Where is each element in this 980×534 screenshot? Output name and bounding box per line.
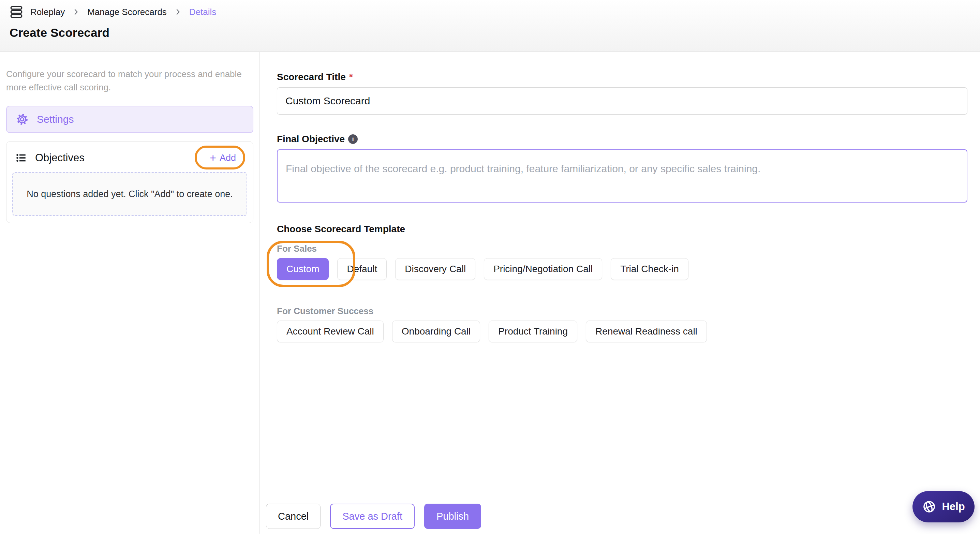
template-chip-account-review-call[interactable]: Account Review Call xyxy=(277,321,383,342)
gear-icon xyxy=(16,113,29,126)
final-objective-label: Final Objective i xyxy=(277,134,967,145)
sidebar: Configure your scorecard to match your p… xyxy=(0,52,260,534)
page-title: Create Scorecard xyxy=(10,26,970,40)
add-objective-label: Add xyxy=(220,153,236,163)
info-circle-icon[interactable]: i xyxy=(348,134,358,144)
scorecard-title-label: Scorecard Title * xyxy=(277,72,967,83)
breadcrumb-manage-scorecards[interactable]: Manage Scorecards xyxy=(87,7,167,17)
breadcrumb-details: Details xyxy=(189,7,216,17)
sales-template-group: For Sales Custom Default Discovery Call … xyxy=(277,243,967,280)
objectives-empty-state: No questions added yet. Click "Add" to c… xyxy=(12,172,247,216)
sidebar-item-label: Settings xyxy=(37,114,74,125)
template-chip-default[interactable]: Default xyxy=(337,258,387,280)
objectives-header: Objectives + Add xyxy=(6,141,253,172)
cs-template-row: Account Review Call Onboarding Call Prod… xyxy=(277,321,967,342)
breadcrumb-roleplay[interactable]: Roleplay xyxy=(30,7,65,17)
template-chip-discovery-call[interactable]: Discovery Call xyxy=(395,258,475,280)
help-label: Help xyxy=(942,501,965,513)
add-objective-button[interactable]: + Add xyxy=(206,150,239,165)
breadcrumb: Roleplay Manage Scorecards Details xyxy=(10,0,970,24)
scorecard-title-label-text: Scorecard Title xyxy=(277,72,346,83)
bulleted-list-icon xyxy=(15,152,27,164)
sidebar-item-settings[interactable]: Settings xyxy=(6,106,253,133)
plus-icon: + xyxy=(210,153,216,163)
form-footer: Cancel Save as Draft Publish xyxy=(266,504,481,529)
template-chip-product-training[interactable]: Product Training xyxy=(488,321,577,342)
publish-button[interactable]: Publish xyxy=(424,504,481,529)
sales-template-row: Custom Default Discovery Call Pricing/Ne… xyxy=(277,258,967,280)
scorecard-title-input[interactable] xyxy=(277,87,967,114)
sales-group-label: For Sales xyxy=(277,243,967,254)
chevron-right-icon xyxy=(72,8,80,16)
content: Configure your scorecard to match your p… xyxy=(0,52,980,534)
template-chip-custom[interactable]: Custom xyxy=(277,258,329,280)
template-chip-pricing-negotiation-call[interactable]: Pricing/Negotiation Call xyxy=(484,258,602,280)
add-objective-wrap: + Add xyxy=(206,150,239,165)
objectives-card: Objectives + Add No questions added yet.… xyxy=(6,141,253,223)
stack-rows-icon xyxy=(10,5,23,19)
help-button[interactable]: Help xyxy=(913,491,975,523)
template-section-heading: Choose Scorecard Template xyxy=(277,224,967,235)
final-objective-textarea[interactable] xyxy=(277,149,967,203)
template-chip-renewal-readiness-call[interactable]: Renewal Readiness call xyxy=(586,321,707,342)
save-as-draft-button[interactable]: Save as Draft xyxy=(330,504,415,529)
sidebar-description: Configure your scorecard to match your p… xyxy=(6,68,253,94)
globe-icon xyxy=(920,497,939,516)
page-header: Roleplay Manage Scorecards Details Creat… xyxy=(0,0,980,52)
cancel-button[interactable]: Cancel xyxy=(266,504,321,529)
final-objective-label-text: Final Objective xyxy=(277,134,345,145)
main-form: Scorecard Title * Final Objective i Choo… xyxy=(260,52,980,534)
template-chip-onboarding-call[interactable]: Onboarding Call xyxy=(392,321,480,342)
template-chip-trial-check-in[interactable]: Trial Check-in xyxy=(611,258,689,280)
objectives-title: Objectives xyxy=(35,152,198,164)
chevron-right-icon xyxy=(174,8,182,16)
cs-template-group: For Customer Success Account Review Call… xyxy=(277,306,967,342)
cs-group-label: For Customer Success xyxy=(277,306,967,316)
required-marker: * xyxy=(349,72,353,83)
